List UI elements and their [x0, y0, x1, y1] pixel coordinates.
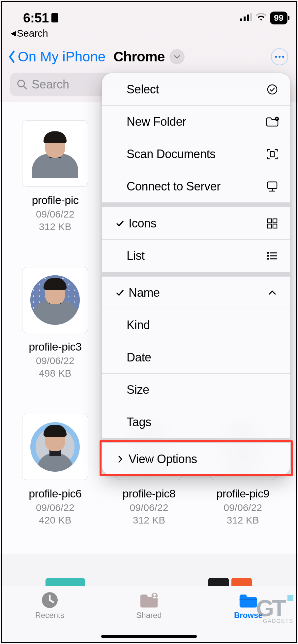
- svg-rect-1: [244, 17, 246, 21]
- file-thumbnail: [22, 414, 88, 480]
- back-to-app[interactable]: ◀ Search: [0, 28, 298, 42]
- card-peek: [0, 578, 298, 586]
- svg-point-19: [267, 258, 269, 259]
- file-date: 09/06/22: [13, 209, 97, 220]
- grid-icon: [266, 218, 279, 229]
- back-label: On My iPhone: [18, 49, 105, 65]
- context-menu: Select New Folder Scan Documents Connect…: [102, 73, 290, 475]
- chevron-up-icon: [266, 290, 279, 295]
- svg-rect-12: [268, 182, 277, 188]
- status-bar: 6:51 99: [0, 0, 298, 28]
- menu-scan-documents[interactable]: Scan Documents: [102, 138, 290, 170]
- menu-separator: [102, 438, 290, 443]
- clock-icon: [40, 592, 60, 609]
- select-circle-icon: [266, 84, 279, 95]
- menu-view-options[interactable]: View Options: [102, 443, 290, 475]
- check-icon: [113, 220, 127, 227]
- chevron-left-icon: [8, 50, 16, 64]
- check-icon: [113, 289, 127, 296]
- svg-rect-2: [247, 15, 249, 21]
- file-name: profile-pic6: [13, 487, 97, 500]
- menu-view-icons[interactable]: Icons: [102, 207, 290, 240]
- sim-icon: [51, 13, 58, 22]
- file-name: profile-pic9: [201, 487, 285, 500]
- menu-view-list[interactable]: List: [102, 240, 290, 272]
- svg-rect-16: [273, 224, 277, 228]
- menu-sort-name[interactable]: Name: [102, 277, 290, 309]
- file-thumbnail: [22, 267, 88, 333]
- wifi-icon: [255, 13, 267, 23]
- triangle-left-icon: ◀: [11, 29, 16, 38]
- menu-connect-server[interactable]: Connect to Server: [102, 170, 290, 203]
- tab-shared[interactable]: Shared: [119, 592, 179, 620]
- svg-rect-0: [240, 18, 242, 21]
- tab-recents[interactable]: Recents: [20, 592, 79, 620]
- svg-point-4: [18, 80, 24, 87]
- svg-rect-8: [240, 599, 257, 600]
- file-date: 09/06/22: [107, 502, 191, 513]
- svg-rect-14: [273, 219, 277, 223]
- menu-separator: [102, 203, 290, 207]
- svg-point-7: [153, 593, 156, 596]
- svg-rect-11: [270, 152, 274, 157]
- shared-folder-icon: [139, 592, 159, 609]
- svg-point-9: [268, 85, 277, 94]
- server-icon: [266, 181, 279, 192]
- menu-sort-size[interactable]: Size: [102, 374, 290, 406]
- svg-point-17: [267, 252, 269, 254]
- battery-indicator: 99: [270, 12, 287, 24]
- menu-sort-tags[interactable]: Tags: [102, 406, 290, 438]
- file-name: profile-pic8: [107, 487, 191, 500]
- menu-sort-date[interactable]: Date: [102, 341, 290, 374]
- more-button[interactable]: [271, 48, 288, 65]
- chevron-right-icon: [113, 455, 127, 463]
- file-date: 09/06/22: [13, 355, 97, 366]
- svg-rect-15: [268, 224, 272, 228]
- menu-select[interactable]: Select: [102, 73, 290, 106]
- file-size: 498 KB: [13, 368, 97, 379]
- back-button[interactable]: On My iPhone: [8, 49, 105, 65]
- new-folder-icon: [266, 117, 279, 127]
- folder-dropdown[interactable]: [169, 49, 185, 64]
- file-name: profile-pic3: [13, 340, 97, 353]
- list-icon: [266, 251, 279, 260]
- status-time: 6:51: [23, 11, 58, 25]
- menu-separator: [102, 272, 290, 277]
- menu-new-folder[interactable]: New Folder: [102, 106, 290, 138]
- search-placeholder: Search: [32, 78, 69, 91]
- file-date: 09/06/22: [13, 502, 97, 513]
- scan-icon: [266, 148, 279, 160]
- menu-sort-kind[interactable]: Kind: [102, 309, 290, 341]
- cellular-icon: [240, 13, 252, 22]
- file-item[interactable]: profile-pic6 09/06/22 420 KB: [13, 414, 97, 541]
- folder-icon: [238, 592, 258, 609]
- chevron-down-icon: [174, 54, 180, 59]
- file-date: 09/06/22: [201, 502, 285, 513]
- file-size: 312 KB: [107, 515, 191, 526]
- svg-rect-3: [250, 13, 252, 21]
- file-size: 420 KB: [13, 515, 97, 526]
- file-thumbnail: [22, 120, 88, 186]
- file-size: 312 KB: [201, 515, 285, 526]
- folder-title[interactable]: Chrome: [113, 49, 165, 65]
- svg-point-18: [267, 255, 269, 256]
- home-indicator[interactable]: [101, 635, 197, 638]
- file-item[interactable]: profile-pic 09/06/22 312 KB: [13, 120, 97, 247]
- file-size: 312 KB: [13, 221, 97, 232]
- watermark: GT GADGETS: [256, 595, 293, 624]
- file-item[interactable]: profile-pic3 09/06/22 498 KB: [13, 267, 97, 394]
- svg-rect-13: [268, 219, 272, 223]
- file-name: profile-pic: [13, 194, 97, 207]
- search-icon: [16, 79, 28, 90]
